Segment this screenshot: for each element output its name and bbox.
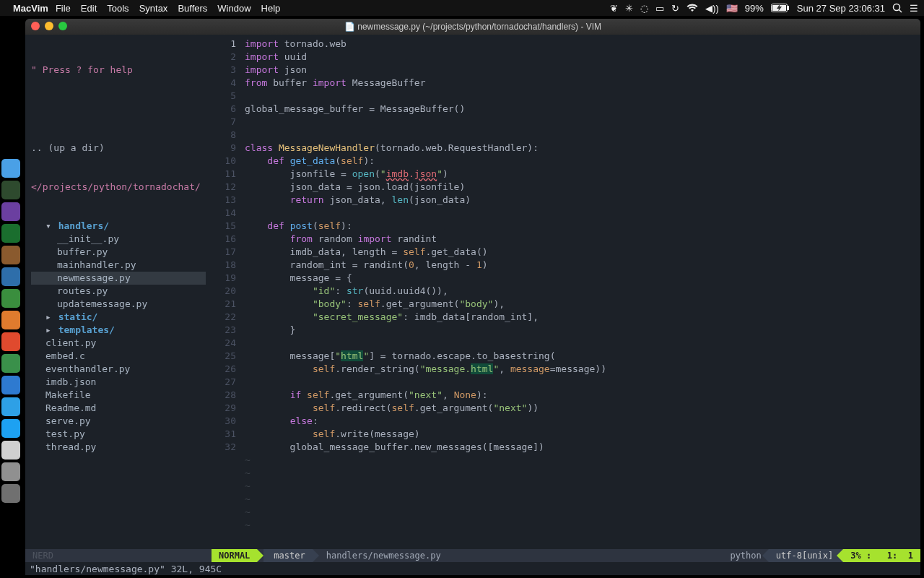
nerdtree-panel[interactable]: " Press ? for help .. (up a dir) </proje… (25, 35, 212, 549)
code-line[interactable]: import tornado.web (245, 38, 920, 51)
dock-app-8[interactable] (1, 332, 20, 351)
code-line[interactable]: self.redirect(self.get_argument("next")) (245, 402, 920, 415)
dock-app-0[interactable] (1, 159, 20, 178)
tree-file[interactable]: mainhandler.py (31, 259, 206, 272)
tree-file[interactable]: eventhandler.py (31, 363, 206, 376)
tree-file[interactable]: Readme.md (31, 402, 206, 415)
menu-item-tools[interactable]: Tools (107, 3, 128, 14)
code-line[interactable]: self.write(message) (245, 428, 920, 441)
dock-app-4[interactable] (1, 246, 20, 264)
tree-file[interactable]: imdb.json (31, 376, 206, 389)
menu-item-help[interactable]: Help (261, 3, 281, 14)
volume-icon[interactable]: ◀)) (705, 3, 719, 14)
tree-file[interactable]: serve.py (31, 415, 206, 428)
menu-item-buffers[interactable]: Buffers (178, 3, 207, 14)
code-line[interactable]: import uuid (245, 51, 920, 64)
code-line[interactable]: def get_data(self): (245, 155, 920, 168)
code-line[interactable]: } (245, 324, 920, 337)
code-line[interactable]: from buffer import MessageBuffer (245, 77, 920, 90)
code-line[interactable]: random_int = randint(0, length - 1) (245, 259, 920, 272)
command-line[interactable]: "handlers/newmessage.py" 32L, 945C (25, 562, 920, 575)
tree-file[interactable]: routes.py (31, 285, 206, 298)
menu-item-file[interactable]: File (56, 3, 71, 14)
code-line[interactable]: message = { (245, 272, 920, 285)
app-name[interactable]: MacVim (13, 3, 48, 14)
notification-center-icon[interactable]: ☰ (910, 3, 918, 14)
dock-app-15[interactable] (1, 484, 20, 503)
tree-dir[interactable]: ▸ templates/ (31, 324, 206, 337)
titlebar[interactable]: 📄 newmessage.py (~/projects/python/torna… (25, 19, 920, 35)
close-icon[interactable] (31, 22, 40, 30)
chevron-right-icon[interactable]: ▸ (45, 311, 51, 322)
code-line[interactable]: message["html"] = tornado.escape.to_base… (245, 350, 920, 363)
code-line[interactable] (245, 376, 920, 389)
code-buffer[interactable]: import tornado.webimport uuidimport json… (240, 35, 920, 549)
tree-file[interactable]: updatemessage.py (31, 298, 206, 311)
tree-file[interactable]: embed.c (31, 350, 206, 363)
tree-file[interactable]: __init__.py (31, 233, 206, 246)
input-flag-icon[interactable]: 🇺🇸 (726, 3, 738, 14)
sync-icon[interactable]: ✳ (625, 3, 633, 14)
tree-file[interactable]: test.py (31, 428, 206, 441)
code-line[interactable]: global_message_buffer = MessageBuffer() (245, 103, 920, 116)
wifi-icon[interactable] (687, 4, 698, 12)
tree-file[interactable]: buffer.py (31, 246, 206, 259)
battery-percent[interactable]: 99% (745, 3, 764, 14)
dock-app-14[interactable] (1, 462, 20, 481)
dock-app-3[interactable] (1, 224, 20, 243)
clock[interactable]: Sun 27 Sep 23:06:31 (797, 3, 885, 14)
code-line[interactable]: import json (245, 64, 920, 77)
line-number: 20 (212, 285, 236, 298)
nerdtree-updir[interactable]: .. (up a dir) (31, 142, 206, 155)
code-line[interactable] (245, 129, 920, 142)
menu-item-syntax[interactable]: Syntax (139, 3, 168, 14)
evernote-icon[interactable]: ❦ (610, 3, 618, 14)
dock-app-13[interactable] (1, 441, 20, 460)
chevron-right-icon[interactable]: ▸ (45, 324, 51, 335)
tree-file[interactable]: thread.py (31, 441, 206, 454)
code-line[interactable] (245, 337, 920, 350)
battery-icon[interactable] (771, 4, 790, 12)
dock-app-6[interactable] (1, 289, 20, 308)
menu-item-edit[interactable]: Edit (81, 3, 97, 14)
code-line[interactable]: class MessageNewHandler(tornado.web.Requ… (245, 142, 920, 155)
code-line[interactable] (245, 90, 920, 103)
display-icon[interactable]: ▭ (655, 3, 664, 14)
tree-file[interactable]: newmessage.py (31, 272, 206, 285)
dock-app-9[interactable] (1, 354, 20, 373)
dock-app-5[interactable] (1, 267, 20, 286)
dock-app-1[interactable] (1, 181, 20, 199)
minimize-icon[interactable] (45, 22, 53, 30)
spotlight-icon[interactable] (892, 3, 902, 13)
dock-app-11[interactable] (1, 397, 20, 416)
menu-item-window[interactable]: Window (217, 3, 250, 14)
timemachine-icon[interactable]: ↻ (671, 3, 679, 14)
chat-icon[interactable]: ◌ (640, 3, 648, 14)
code-line[interactable] (245, 207, 920, 220)
code-line[interactable] (245, 116, 920, 129)
code-line[interactable]: return json_data, len(json_data) (245, 194, 920, 207)
zoom-icon[interactable] (58, 22, 67, 30)
code-line[interactable]: from random import randint (245, 233, 920, 246)
code-line[interactable]: "body": self.get_argument("body"), (245, 298, 920, 311)
code-line[interactable]: jsonfile = open("imdb.json") (245, 168, 920, 181)
chevron-down-icon[interactable]: ▾ (45, 220, 51, 231)
code-line[interactable]: if self.get_argument("next", None): (245, 389, 920, 402)
code-line[interactable]: imdb_data, length = self.get_data() (245, 246, 920, 259)
code-line[interactable]: self.render_string("message.html", messa… (245, 363, 920, 376)
code-line[interactable]: else: (245, 415, 920, 428)
tree-file[interactable]: Makefile (31, 389, 206, 402)
tree-dir[interactable]: ▾ handlers/ (31, 220, 206, 233)
code-line[interactable]: json_data = json.load(jsonfile) (245, 181, 920, 194)
code-line[interactable]: global_message_buffer.new_messages([mess… (245, 441, 920, 454)
dock-app-2[interactable] (1, 202, 20, 221)
tree-file[interactable]: client.py (31, 337, 206, 350)
code-line[interactable]: "secret_message": imdb_data[random_int], (245, 311, 920, 324)
dock-app-12[interactable] (1, 419, 20, 438)
tree-dir[interactable]: ▸ static/ (31, 311, 206, 324)
dock-app-7[interactable] (1, 311, 20, 329)
code-line[interactable]: def post(self): (245, 220, 920, 233)
nerdtree-root[interactable]: </projects/python/tornadochat/ (31, 181, 206, 194)
code-line[interactable]: "id": str(uuid.uuid4()), (245, 285, 920, 298)
dock-app-10[interactable] (1, 376, 20, 394)
